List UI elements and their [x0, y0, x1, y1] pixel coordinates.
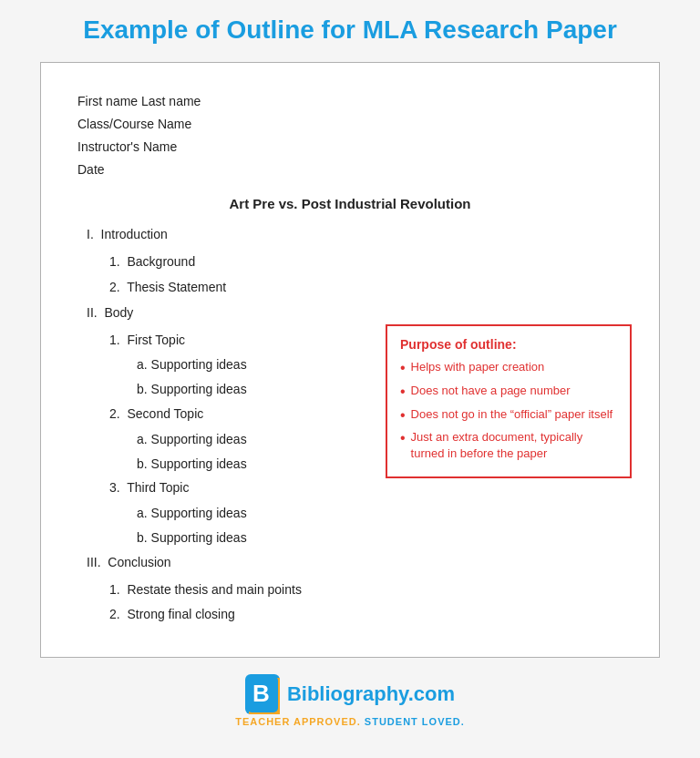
sub-label: b.: [137, 530, 151, 545]
item-text: Second Topic: [127, 406, 203, 421]
item-label: 1.: [109, 254, 127, 269]
bullet-icon: •: [400, 428, 406, 448]
sub-text: Supporting ideas: [151, 357, 247, 372]
bibliography-logo-icon: B: [245, 674, 280, 714]
sub-text: Supporting ideas: [151, 432, 247, 446]
item-text: Strong final closing: [127, 607, 234, 621]
tagline-student: STUDENT LOVED.: [361, 716, 465, 727]
outline-item-closing: 2. Strong final closing: [109, 604, 623, 626]
item-label: 2.: [109, 406, 127, 421]
outline-sub-3a: a. Supporting ideas: [137, 503, 623, 525]
footer-tagline: TEACHER APPROVED. STUDENT LOVED.: [235, 716, 465, 727]
outline-body: I. Introduction 1. Background 2. Thesis …: [77, 224, 623, 626]
paper-title: Art Pre vs. Post Industrial Revolution: [77, 196, 623, 211]
meta-info: First name Last name Class/Course Name I…: [77, 90, 623, 182]
sub-label: a.: [137, 357, 151, 372]
meta-line3: Instructor's Name: [77, 136, 623, 159]
outline-item-restate: 1. Restate thesis and main points: [109, 579, 623, 601]
meta-line1: First name Last name: [77, 90, 623, 113]
bullet-icon: •: [400, 405, 406, 425]
item-label: 1.: [109, 582, 127, 597]
outline-item-background: 1. Background: [109, 251, 623, 273]
sub-label: a.: [137, 432, 151, 446]
item-text: Background: [127, 254, 195, 269]
bullet-icon: •: [400, 358, 406, 378]
section-text: Introduction: [101, 227, 168, 241]
purpose-item-4: • Just an extra document, typically turn…: [400, 429, 617, 461]
purpose-item-text: Just an extra document, typically turned…: [411, 429, 617, 461]
outline-section-body: II. Body: [87, 302, 623, 324]
purpose-item-3: • Does not go in the “official” paper it…: [400, 406, 617, 425]
footer: B Bibliography.com TEACHER APPROVED. STU…: [235, 674, 465, 727]
outline-item-thesis: 2. Thesis Statement: [109, 277, 623, 299]
section-text: Body: [104, 305, 133, 320]
purpose-item-text: Does not go in the “official” paper itse…: [411, 406, 613, 423]
outline-sub-3b: b. Supporting ideas: [137, 528, 623, 549]
purpose-box: Purpose of outline: • Helps with paper c…: [386, 324, 632, 478]
purpose-item-1: • Helps with paper creation: [400, 359, 617, 378]
item-text: Thesis Statement: [127, 280, 226, 294]
item-label: 3.: [109, 480, 127, 495]
sub-label: b.: [137, 456, 151, 471]
section-text: Conclusion: [108, 555, 170, 569]
bullet-icon: •: [400, 382, 406, 402]
item-text: Restate thesis and main points: [127, 582, 301, 597]
outline-section-conclusion: III. Conclusion: [87, 552, 623, 574]
sub-label: a.: [137, 506, 151, 520]
sub-text: Supporting ideas: [151, 382, 247, 396]
item-text: Third Topic: [127, 480, 189, 495]
item-label: 1.: [109, 333, 127, 347]
purpose-item-text: Does not have a page number: [411, 383, 571, 399]
item-label: 2.: [109, 607, 127, 621]
sub-text: Supporting ideas: [151, 506, 247, 520]
outline-section-introduction: I. Introduction: [87, 224, 623, 246]
item-label: 2.: [109, 280, 127, 294]
page-title: Example of Outline for MLA Research Pape…: [83, 15, 617, 46]
sub-label: b.: [137, 382, 151, 396]
section-label: I.: [87, 227, 101, 241]
purpose-item-2: • Does not have a page number: [400, 383, 617, 402]
paper-container: First name Last name Class/Course Name I…: [40, 62, 660, 659]
tagline-teacher: TEACHER APPROVED.: [235, 716, 361, 727]
svg-text:B: B: [252, 680, 270, 707]
outline-item-third-topic: 3. Third Topic: [109, 477, 623, 499]
purpose-box-title: Purpose of outline:: [400, 337, 617, 352]
sub-text: Supporting ideas: [151, 530, 247, 545]
purpose-item-text: Helps with paper creation: [411, 359, 545, 375]
sub-text: Supporting ideas: [151, 456, 247, 471]
item-text: First Topic: [127, 333, 185, 347]
meta-line2: Class/Course Name: [77, 113, 623, 136]
footer-logo-text: Bibliography.com: [287, 682, 455, 706]
footer-logo: B Bibliography.com: [245, 674, 455, 714]
section-label: III.: [87, 555, 108, 569]
section-label: II.: [87, 305, 104, 320]
meta-line4: Date: [77, 159, 623, 181]
